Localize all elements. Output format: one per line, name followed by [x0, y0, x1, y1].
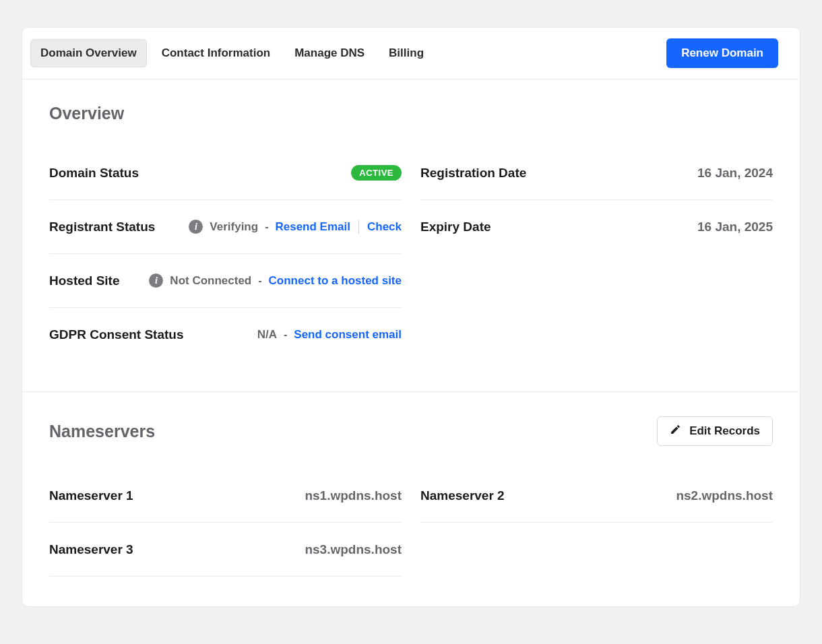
tab-contact-information[interactable]: Contact Information — [152, 39, 280, 67]
hosted-site-status: Not Connected — [170, 274, 251, 288]
nameserver-row: Nameserver 1 ns1.wpdns.host — [49, 469, 402, 523]
expiry-date-label: Expiry Date — [420, 220, 491, 234]
renew-domain-button[interactable]: Renew Domain — [666, 38, 778, 68]
registration-date-row: Registration Date 16 Jan, 2024 — [420, 146, 773, 200]
empty-cell — [420, 254, 773, 308]
separator: - — [284, 329, 287, 341]
nameservers-grid: Nameserver 1 ns1.wpdns.host Nameserver 2… — [49, 469, 773, 577]
edit-records-button[interactable]: Edit Records — [657, 416, 773, 446]
nameserver-value: ns2.wpdns.host — [676, 488, 773, 503]
nameserver-row: Nameserver 2 ns2.wpdns.host — [420, 469, 773, 523]
registrant-status-label: Registrant Status — [49, 220, 155, 234]
separator: - — [265, 221, 268, 233]
edit-records-label: Edit Records — [689, 424, 760, 438]
expiry-date-row: Expiry Date 16 Jan, 2025 — [420, 200, 773, 254]
tabs-list: Domain Overview Contact Information Mana… — [30, 39, 433, 67]
separator: - — [258, 275, 261, 287]
info-icon[interactable]: i — [189, 220, 203, 234]
hosted-site-label: Hosted Site — [49, 273, 120, 288]
nameservers-section: Nameservers Edit Records Nameserver 1 ns… — [22, 392, 800, 606]
nameserver-value: ns3.wpdns.host — [305, 542, 402, 557]
status-badge: ACTIVE — [351, 165, 402, 181]
connect-hosted-site-link[interactable]: Connect to a hosted site — [269, 274, 402, 288]
nameserver-label: Nameserver 2 — [420, 488, 505, 503]
tab-manage-dns[interactable]: Manage DNS — [285, 39, 374, 67]
send-consent-email-link[interactable]: Send consent email — [294, 328, 402, 342]
gdpr-row: GDPR Consent Status N/A - Send consent e… — [49, 308, 402, 362]
nameserver-value: ns1.wpdns.host — [305, 488, 402, 503]
tabs-bar: Domain Overview Contact Information Mana… — [22, 28, 800, 79]
domain-status-label: Domain Status — [49, 166, 139, 181]
pencil-icon — [670, 424, 681, 439]
expiry-date-value: 16 Jan, 2025 — [697, 220, 773, 234]
overview-title: Overview — [49, 104, 124, 123]
divider — [358, 220, 359, 234]
check-link[interactable]: Check — [367, 220, 402, 234]
nameserver-label: Nameserver 3 — [49, 542, 133, 557]
resend-email-link[interactable]: Resend Email — [275, 220, 350, 234]
tab-domain-overview[interactable]: Domain Overview — [30, 39, 147, 67]
nameserver-label: Nameserver 1 — [49, 488, 133, 503]
registration-date-label: Registration Date — [420, 166, 526, 181]
gdpr-label: GDPR Consent Status — [49, 327, 184, 342]
hosted-site-row: Hosted Site i Not Connected - Connect to… — [49, 254, 402, 308]
info-icon[interactable]: i — [149, 273, 163, 288]
registrant-status-value: Verifying — [210, 220, 258, 234]
domain-status-row: Domain Status ACTIVE — [49, 146, 402, 200]
tab-billing[interactable]: Billing — [379, 39, 433, 67]
overview-section: Overview Domain Status ACTIVE Registrati… — [22, 79, 800, 392]
domain-card: Domain Overview Contact Information Mana… — [22, 27, 800, 607]
nameservers-title: Nameservers — [49, 422, 155, 441]
nameserver-row: Nameserver 3 ns3.wpdns.host — [49, 523, 402, 577]
gdpr-value: N/A — [257, 328, 277, 342]
overview-grid: Domain Status ACTIVE Registration Date 1… — [49, 146, 773, 362]
registrant-status-row: Registrant Status i Verifying - Resend E… — [49, 200, 402, 254]
registration-date-value: 16 Jan, 2024 — [697, 166, 773, 181]
